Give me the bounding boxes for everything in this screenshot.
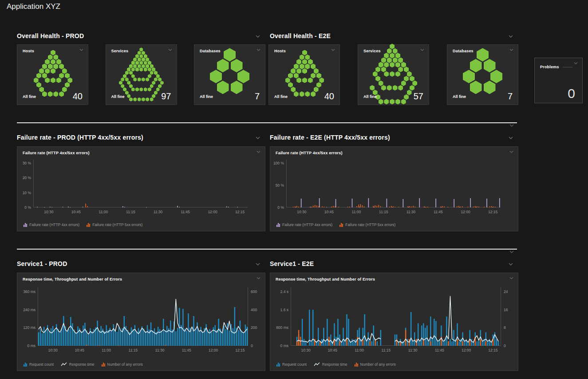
healthy-hexagon[interactable] bbox=[152, 81, 155, 85]
healthy-hexagon[interactable] bbox=[300, 64, 304, 69]
healthy-hexagon[interactable] bbox=[59, 91, 64, 97]
healthy-hexagon[interactable] bbox=[152, 67, 155, 71]
healthy-hexagon[interactable] bbox=[45, 68, 50, 74]
healthy-hexagon[interactable] bbox=[231, 81, 243, 94]
healthy-hexagon[interactable] bbox=[135, 54, 139, 58]
healthy-hexagon[interactable] bbox=[119, 81, 122, 85]
healthy-hexagon[interactable] bbox=[217, 81, 229, 94]
healthy-hexagon[interactable] bbox=[125, 91, 129, 95]
healthy-hexagon[interactable] bbox=[390, 62, 395, 67]
healthy-hexagon[interactable] bbox=[311, 73, 316, 78]
healthy-hexagon[interactable] bbox=[294, 64, 299, 69]
healthy-hexagon[interactable] bbox=[395, 53, 400, 58]
healthy-hexagon[interactable] bbox=[127, 81, 130, 85]
healthy-hexagon[interactable] bbox=[133, 58, 137, 62]
healthy-hexagon[interactable] bbox=[316, 73, 321, 78]
healthy-hexagon[interactable] bbox=[158, 78, 162, 82]
healthy-hexagon[interactable] bbox=[291, 68, 296, 74]
healthy-hexagon[interactable] bbox=[316, 82, 321, 87]
healthy-hexagon[interactable] bbox=[131, 87, 135, 91]
healthy-hexagon[interactable] bbox=[231, 59, 243, 72]
healthy-hexagon[interactable] bbox=[138, 78, 141, 82]
healthy-hexagon[interactable] bbox=[210, 70, 222, 83]
healthy-hexagon[interactable] bbox=[142, 58, 145, 62]
healthy-hexagon[interactable] bbox=[379, 62, 383, 67]
legend-item[interactable]: Number of any errors bbox=[355, 362, 396, 367]
healthy-hexagon[interactable] bbox=[379, 81, 383, 86]
healthy-hexagon[interactable] bbox=[381, 66, 386, 72]
healthy-hexagon[interactable] bbox=[142, 98, 145, 102]
healthy-hexagon[interactable] bbox=[393, 85, 398, 90]
healthy-hexagon[interactable] bbox=[131, 67, 135, 71]
healthy-hexagon[interactable] bbox=[127, 94, 130, 98]
healthy-hexagon[interactable] bbox=[123, 74, 126, 78]
healthy-hexagon[interactable] bbox=[401, 81, 406, 86]
legend-item[interactable]: Failure rate (HTTP 4xx errors) bbox=[24, 223, 79, 227]
healthy-hexagon[interactable] bbox=[390, 71, 395, 77]
healthy-hexagon[interactable] bbox=[152, 94, 155, 98]
healthy-hexagon[interactable] bbox=[36, 73, 41, 78]
legend-item[interactable]: Request count bbox=[24, 362, 54, 367]
healthy-hexagon[interactable] bbox=[146, 64, 149, 68]
healthy-hexagon[interactable] bbox=[314, 68, 319, 74]
healthy-hexagon[interactable] bbox=[314, 87, 319, 92]
healthy-hexagon[interactable] bbox=[296, 78, 301, 83]
healthy-hexagon[interactable] bbox=[133, 64, 137, 68]
healthy-hexagon[interactable] bbox=[138, 64, 141, 68]
chevron-down-icon[interactable] bbox=[256, 35, 260, 38]
healthy-hexagon[interactable] bbox=[311, 64, 316, 69]
healthy-hexagon[interactable] bbox=[148, 87, 151, 91]
healthy-hexagon[interactable] bbox=[395, 99, 400, 104]
healthy-hexagon[interactable] bbox=[48, 64, 53, 69]
healthy-hexagon[interactable] bbox=[138, 58, 141, 62]
healthy-hexagon[interactable] bbox=[65, 73, 70, 78]
healthy-hexagon[interactable] bbox=[127, 67, 130, 71]
healthy-hexagon[interactable] bbox=[135, 87, 139, 91]
health-tile[interactable]: Services All fine 57 bbox=[358, 44, 429, 105]
healthy-hexagon[interactable] bbox=[144, 87, 147, 91]
healthy-hexagon[interactable] bbox=[129, 98, 133, 102]
healthy-hexagon[interactable] bbox=[156, 74, 160, 78]
chevron-down-icon[interactable] bbox=[257, 277, 260, 279]
health-tile[interactable]: Hosts All fine 40 bbox=[17, 44, 88, 105]
healthy-hexagon[interactable] bbox=[398, 66, 403, 72]
healthy-hexagon[interactable] bbox=[148, 67, 151, 71]
healthy-hexagon[interactable] bbox=[160, 81, 164, 85]
healthy-hexagon[interactable] bbox=[484, 81, 496, 94]
healthy-hexagon[interactable] bbox=[48, 55, 53, 60]
healthy-hexagon[interactable] bbox=[395, 62, 400, 67]
healthy-hexagon[interactable] bbox=[398, 85, 403, 90]
healthy-hexagon[interactable] bbox=[490, 70, 502, 83]
legend-item[interactable]: Response time bbox=[61, 362, 95, 367]
chevron-down-icon[interactable] bbox=[256, 137, 260, 139]
healthy-hexagon[interactable] bbox=[401, 62, 406, 67]
healthy-hexagon[interactable] bbox=[133, 98, 137, 102]
healthy-hexagon[interactable] bbox=[291, 87, 296, 92]
healthy-hexagon[interactable] bbox=[53, 91, 58, 97]
healthy-hexagon[interactable] bbox=[387, 58, 392, 63]
healthy-hexagon[interactable] bbox=[300, 91, 304, 97]
healthy-hexagon[interactable] bbox=[384, 62, 389, 67]
healthy-hexagon[interactable] bbox=[404, 66, 409, 72]
healthy-hexagon[interactable] bbox=[65, 82, 70, 87]
healthy-hexagon[interactable] bbox=[125, 71, 129, 75]
legend-item[interactable]: Failure rate (HTTP 4xx errors) bbox=[276, 223, 332, 227]
healthy-hexagon[interactable] bbox=[381, 58, 386, 63]
healthy-hexagon[interactable] bbox=[59, 73, 64, 78]
healthy-hexagon[interactable] bbox=[51, 68, 55, 74]
healthy-hexagon[interactable] bbox=[53, 55, 58, 60]
healthy-hexagon[interactable] bbox=[305, 91, 310, 97]
chevron-down-icon[interactable] bbox=[79, 49, 83, 51]
healthy-hexagon[interactable] bbox=[384, 53, 389, 58]
chevron-down-icon[interactable] bbox=[509, 124, 514, 127]
failure-rate-e2e-chart[interactable]: 0 %50 %100 %10:3010:4511:0011:1511:3011:… bbox=[286, 159, 501, 207]
healthy-hexagon[interactable] bbox=[125, 78, 129, 82]
healthy-hexagon[interactable] bbox=[131, 74, 135, 78]
healthy-hexagon[interactable] bbox=[129, 71, 133, 75]
healthy-hexagon[interactable] bbox=[62, 68, 67, 74]
healthy-hexagon[interactable] bbox=[404, 94, 409, 100]
healthy-hexagon[interactable] bbox=[45, 78, 50, 83]
healthy-hexagon[interactable] bbox=[131, 61, 135, 65]
chevron-down-icon[interactable] bbox=[256, 263, 260, 266]
healthy-hexagon[interactable] bbox=[305, 55, 310, 60]
